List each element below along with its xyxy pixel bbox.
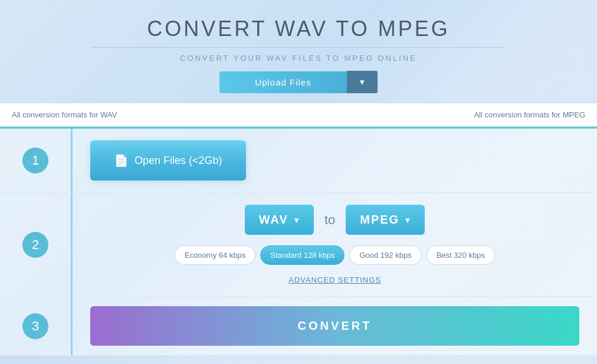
open-files-button[interactable]: 📄 Open Files (<2Gb): [90, 140, 246, 181]
step1-circle: 1: [22, 147, 48, 173]
header: CONVERT WAV TO MPEG CONVERT YOUR WAV FIL…: [0, 0, 597, 103]
to-format-label: MPEG: [360, 213, 399, 227]
step3-row: 3 CONVERT: [0, 297, 597, 356]
quality-option-0[interactable]: Economy 64 kbps: [175, 245, 255, 265]
open-files-label: Open Files (<2Gb): [135, 155, 222, 167]
step2-number-col: 2: [0, 193, 71, 296]
step1-number-col: 1: [0, 129, 71, 192]
step1-content: 📄 Open Files (<2Gb): [71, 129, 597, 192]
quality-row: Economy 64 kbpsStandard 128 kbpsGood 192…: [175, 245, 495, 265]
from-format-chevron: ▾: [294, 215, 300, 225]
page-title: CONVERT WAV TO MPEG: [147, 17, 450, 41]
upload-bar: Upload Files ▾: [219, 71, 377, 93]
step2-circle: 2: [22, 232, 48, 258]
convert-button[interactable]: CONVERT: [90, 306, 579, 346]
step3-content: CONVERT: [71, 297, 597, 355]
conversion-row: WAV ▾ to MPEG ▾: [245, 205, 425, 235]
format-bar: All conversion formats for WAV All conve…: [0, 103, 597, 127]
wav-formats-link[interactable]: All conversion formats for WAV: [0, 103, 129, 126]
step3-circle: 3: [22, 313, 48, 339]
step1-row: 1 📄 Open Files (<2Gb): [0, 129, 597, 193]
quality-option-3[interactable]: Best 320 kbps: [427, 245, 495, 265]
to-format-chevron: ▾: [405, 215, 411, 225]
page-wrapper: CONVERT WAV TO MPEG CONVERT YOUR WAV FIL…: [0, 0, 597, 364]
step3-number-col: 3: [0, 297, 71, 355]
upload-dropdown-button[interactable]: ▾: [347, 71, 378, 93]
main-content: 1 📄 Open Files (<2Gb) 2 WAV ▾: [0, 127, 597, 356]
advanced-settings-link[interactable]: ADVANCED SETTINGS: [288, 276, 381, 284]
from-format-button[interactable]: WAV ▾: [245, 205, 314, 235]
divider: [92, 47, 505, 48]
file-icon: 📄: [114, 153, 129, 168]
quality-option-2[interactable]: Good 192 kbps: [349, 245, 421, 265]
step2-content: WAV ▾ to MPEG ▾ Economy 64 kbpsStandard …: [71, 193, 597, 296]
to-format-button[interactable]: MPEG ▾: [346, 205, 425, 235]
upload-button[interactable]: Upload Files: [219, 71, 346, 93]
step2-row: 2 WAV ▾ to MPEG ▾ Economy 64 kbpsStandar…: [0, 193, 597, 297]
quality-option-1[interactable]: Standard 128 kbps: [260, 245, 345, 265]
from-format-label: WAV: [259, 213, 288, 227]
subtitle: CONVERT YOUR WAV FILES TO MPEG ONLINE: [180, 54, 417, 63]
mpeg-formats-link[interactable]: All conversion formats for MPEG: [462, 103, 597, 126]
to-text: to: [324, 212, 335, 228]
